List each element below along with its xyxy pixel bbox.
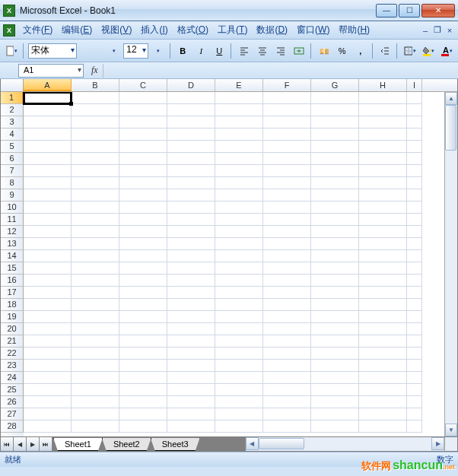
cell-F24[interactable] [263, 372, 311, 384]
name-box[interactable]: A1 [18, 64, 84, 78]
cell-C21[interactable] [119, 335, 167, 347]
cell-G17[interactable] [311, 287, 359, 299]
cell-C1[interactable] [119, 92, 167, 104]
row-header-12[interactable]: 12 [1, 226, 24, 238]
cell-I22[interactable] [407, 347, 422, 360]
cell-G3[interactable] [311, 116, 359, 129]
cell-H13[interactable] [359, 238, 407, 250]
cell-C16[interactable] [119, 274, 167, 287]
cell-G11[interactable] [311, 214, 359, 226]
cell-H19[interactable] [359, 311, 407, 323]
cell-E9[interactable] [215, 189, 263, 202]
column-header-F[interactable]: F [263, 79, 311, 91]
row-header-27[interactable]: 27 [1, 408, 24, 420]
cell-B2[interactable] [72, 104, 119, 116]
cell-G22[interactable] [311, 347, 359, 360]
cell-G8[interactable] [311, 177, 359, 189]
cell-G15[interactable] [311, 262, 359, 274]
cell-C5[interactable] [119, 141, 167, 153]
close-button[interactable]: ✕ [421, 4, 455, 17]
cell-C14[interactable] [119, 250, 167, 262]
cell-C26[interactable] [119, 396, 167, 408]
cell-A24[interactable] [24, 372, 72, 384]
cell-A9[interactable] [24, 189, 72, 202]
cell-B17[interactable] [72, 287, 119, 299]
cell-C19[interactable] [119, 311, 167, 323]
row-header-16[interactable]: 16 [1, 274, 24, 287]
column-header-G[interactable]: G [311, 79, 359, 91]
bold-button[interactable]: B [174, 43, 191, 59]
cell-I3[interactable] [407, 116, 422, 129]
scroll-left-button[interactable]: ◀ [246, 437, 259, 450]
cell-I7[interactable] [407, 165, 422, 177]
sheet-tab-sheet1[interactable]: Sheet1 [53, 438, 103, 451]
cell-D19[interactable] [167, 311, 215, 323]
cell-A5[interactable] [24, 141, 72, 153]
cell-D13[interactable] [167, 238, 215, 250]
cell-B4[interactable] [72, 129, 119, 141]
cell-A7[interactable] [24, 165, 72, 177]
select-all-corner[interactable] [1, 79, 24, 91]
cell-F4[interactable] [263, 129, 311, 141]
menu-item-0[interactable]: 文件(F) [18, 22, 57, 38]
cell-H14[interactable] [359, 250, 407, 262]
cell-C2[interactable] [119, 104, 167, 116]
cell-B16[interactable] [72, 274, 119, 287]
cell-C6[interactable] [119, 153, 167, 165]
cell-F17[interactable] [263, 287, 311, 299]
row-header-20[interactable]: 20 [1, 323, 24, 335]
cell-A21[interactable] [24, 335, 72, 347]
cell-H12[interactable] [359, 226, 407, 238]
cell-A8[interactable] [24, 177, 72, 189]
row-header-5[interactable]: 5 [1, 141, 24, 153]
cell-C20[interactable] [119, 323, 167, 335]
cell-F27[interactable] [263, 408, 311, 420]
row-header-21[interactable]: 21 [1, 335, 24, 347]
cell-A6[interactable] [24, 153, 72, 165]
cell-A27[interactable] [24, 408, 72, 420]
toolbar-overflow-2[interactable]: ▾ [150, 43, 167, 59]
cell-H1[interactable] [359, 92, 407, 104]
minimize-button[interactable]: — [376, 4, 397, 17]
cell-H4[interactable] [359, 129, 407, 141]
toolbar-overflow-button[interactable]: ▾ [105, 43, 122, 59]
cell-G19[interactable] [311, 311, 359, 323]
cell-F25[interactable] [263, 384, 311, 396]
cell-G1[interactable] [311, 92, 359, 104]
cell-B22[interactable] [72, 347, 119, 360]
cell-D26[interactable] [167, 396, 215, 408]
cell-B3[interactable] [72, 116, 119, 129]
cell-E27[interactable] [215, 408, 263, 420]
cell-H17[interactable] [359, 287, 407, 299]
cell-G7[interactable] [311, 165, 359, 177]
hscroll-track[interactable] [259, 437, 431, 451]
cell-G14[interactable] [311, 250, 359, 262]
cell-E1[interactable] [215, 92, 263, 104]
cell-F18[interactable] [263, 299, 311, 311]
cell-H22[interactable] [359, 347, 407, 360]
column-header-E[interactable]: E [215, 79, 263, 91]
cell-H28[interactable] [359, 420, 407, 433]
cell-I1[interactable] [407, 92, 422, 104]
cell-B25[interactable] [72, 384, 119, 396]
cell-G4[interactable] [311, 129, 359, 141]
cell-I9[interactable] [407, 189, 422, 202]
row-header-9[interactable]: 9 [1, 189, 24, 202]
cell-D28[interactable] [167, 420, 215, 433]
cell-A19[interactable] [24, 311, 72, 323]
cell-F8[interactable] [263, 177, 311, 189]
cell-B5[interactable] [72, 141, 119, 153]
cell-G25[interactable] [311, 384, 359, 396]
cell-E13[interactable] [215, 238, 263, 250]
cell-I18[interactable] [407, 299, 422, 311]
cell-G28[interactable] [311, 420, 359, 433]
cell-E28[interactable] [215, 420, 263, 433]
cell-D10[interactable] [167, 202, 215, 214]
cell-A14[interactable] [24, 250, 72, 262]
cell-D20[interactable] [167, 323, 215, 335]
cell-B15[interactable] [72, 262, 119, 274]
cell-F22[interactable] [263, 347, 311, 360]
cell-H10[interactable] [359, 202, 407, 214]
cell-G5[interactable] [311, 141, 359, 153]
cell-H7[interactable] [359, 165, 407, 177]
